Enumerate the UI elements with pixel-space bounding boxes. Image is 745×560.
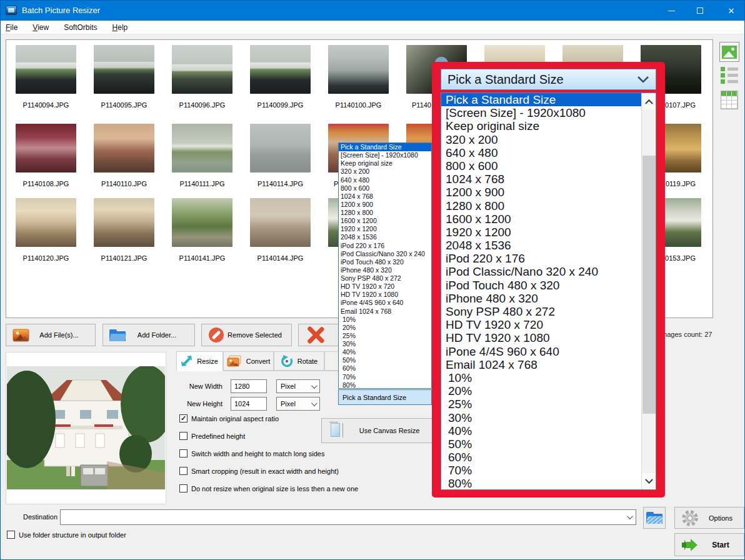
dropdown-item[interactable]: 1600 x 1200 [339, 217, 431, 225]
menu-item-softorbits[interactable]: SoftOrbits [64, 23, 97, 32]
menu-item-help[interactable]: Help [112, 23, 128, 32]
thumbnail-image[interactable] [94, 45, 154, 94]
resize-option-checkbox[interactable]: Do not resize when original size is less… [179, 484, 358, 492]
dropdown-item[interactable]: 1200 x 900 [339, 201, 431, 209]
chevron-down-icon [311, 382, 318, 389]
gear-icon [681, 509, 699, 527]
thumbnail-filename: P1140100.JPG [319, 101, 398, 110]
options-button[interactable]: Options [674, 507, 744, 529]
new-width-label: New Width [183, 382, 222, 390]
minimize-button[interactable] [657, 1, 686, 21]
add-folder-button[interactable]: Add Folder... [102, 324, 195, 346]
dropdown-item[interactable]: 10% [339, 316, 431, 324]
preview-panel [6, 352, 166, 504]
dropdown-item[interactable]: Pick a Standard Size [339, 143, 431, 151]
dropdown-item[interactable]: 640 x 480 [339, 176, 431, 184]
dropdown-item[interactable]: iPod Classic/Nano 320 x 240 [339, 250, 431, 258]
resize-option-checkbox[interactable]: Predefined height [179, 432, 245, 440]
dropdown-item[interactable]: 60% [339, 364, 431, 372]
table-view-button[interactable] [721, 91, 738, 109]
thumbnail-image[interactable] [250, 124, 311, 172]
dropdown-item[interactable]: 40% [339, 348, 431, 356]
resize-option-checkbox[interactable]: Smart cropping (result in exact width an… [179, 467, 339, 475]
dropdown-item[interactable]: 1920 x 1200 [339, 225, 431, 233]
dropdown-item[interactable]: 320 x 200 [339, 168, 431, 176]
thumbnail-image[interactable] [250, 198, 311, 247]
dropdown-item[interactable]: HD TV 1920 x 1080 [339, 291, 431, 299]
thumbnail-image[interactable] [328, 45, 389, 94]
scroll-down-button[interactable] [642, 473, 656, 489]
size-dropdown-list[interactable]: Pick a Standard Size[Screen Size] - 1920… [338, 142, 432, 389]
dropdown-item: 1024 x 768 [441, 172, 641, 186]
thumbnail-image[interactable] [250, 45, 311, 94]
scrollbar[interactable] [641, 93, 656, 489]
dropdown-item[interactable]: 1280 x 800 [339, 209, 431, 217]
destination-combobox[interactable] [60, 509, 636, 525]
browse-folder-button[interactable] [643, 507, 666, 529]
dropdown-item: iPod Classic/Nano 320 x 240 [441, 265, 641, 278]
canvas-resize-icon [329, 422, 343, 439]
thumbnail-filename: P1140120.JPG [7, 254, 85, 263]
checkbox-unchecked [179, 484, 188, 492]
thumbnail-view-button[interactable] [719, 42, 739, 62]
dropdown-item: 1280 x 800 [441, 199, 641, 212]
dropdown-item: iPone 4/4S 960 x 640 [441, 345, 641, 358]
dropdown-item[interactable]: 25% [339, 332, 431, 340]
dropdown-item[interactable]: 1024 x 768 [339, 192, 431, 201]
dropdown-item[interactable]: 2048 x 1536 [339, 233, 431, 241]
dropdown-item[interactable]: iPod Touch 480 x 320 [339, 258, 431, 266]
thumbnail-image[interactable] [94, 124, 154, 172]
dropdown-item[interactable]: iPhone 480 x 320 [339, 266, 431, 274]
thumbnail-image[interactable] [172, 45, 232, 94]
tab-rotate[interactable]: Rotate [274, 351, 324, 371]
dropdown-item[interactable]: 20% [339, 324, 431, 332]
dropdown-item[interactable]: 30% [339, 340, 431, 348]
dropdown-item[interactable]: 800 x 600 [339, 184, 431, 192]
dropdown-item: iPod 220 x 176 [441, 252, 641, 265]
thumbnail-image[interactable] [16, 124, 76, 172]
dropdown-item: Keep original size [441, 119, 641, 132]
thumbnail-image[interactable] [16, 198, 76, 247]
browse-folder-icon [646, 512, 662, 524]
close-button[interactable]: ✕ [717, 1, 745, 21]
remove-selected-button[interactable]: Remove Selected [201, 324, 292, 346]
menu-item-file[interactable]: File [6, 23, 18, 32]
size-dropdown-combobox[interactable]: Pick a Standard Size [338, 389, 432, 405]
width-unit-select[interactable]: Pixel [276, 379, 320, 393]
tab-convert[interactable]: Convert [223, 351, 274, 371]
thumbnail-image[interactable] [94, 198, 154, 247]
dropdown-item[interactable]: Sony PSP 480 x 272 [339, 274, 431, 282]
thumbnail-image[interactable] [16, 45, 76, 94]
add-files-button[interactable]: Add File(s)... [6, 324, 96, 346]
dropdown-item[interactable]: iPone 4/4S 960 x 640 [339, 299, 431, 307]
resize-option-checkbox[interactable]: ✓Maintain original aspect ratio [179, 414, 279, 422]
use-folder-structure-checkbox[interactable]: Use folder structure in output folder [7, 531, 126, 539]
height-unit-select[interactable]: Pixel [276, 397, 320, 411]
tab-resize[interactable]: Resize [176, 351, 223, 371]
new-height-input[interactable] [231, 397, 267, 411]
menu-item-view[interactable]: View [32, 23, 49, 32]
scrollbar-thumb[interactable] [642, 156, 656, 414]
remove-selected-label: Remove Selected [224, 331, 285, 339]
dropdown-item[interactable]: HD TV 1920 x 720 [339, 282, 431, 291]
dropdown-item[interactable]: 50% [339, 356, 431, 364]
resize-option-checkbox[interactable]: Switch width and height to match long si… [179, 449, 324, 458]
start-button[interactable]: Start [674, 533, 744, 556]
dropdown-item[interactable]: [Screen Size] - 1920x1080 [339, 151, 431, 159]
dropdown-item[interactable]: 70% [339, 373, 431, 381]
dropdown-item[interactable]: Email 1024 x 768 [339, 308, 431, 316]
dropdown-item: iPod Touch 480 x 320 [441, 279, 641, 292]
maximize-button[interactable] [686, 1, 714, 21]
use-canvas-resize-button[interactable]: Use Canvas Resize [321, 418, 438, 443]
thumbnail-filename: P1140108.JPG [7, 180, 85, 189]
dropdown-item[interactable]: 80% [339, 381, 431, 389]
scroll-up-button[interactable] [642, 93, 656, 109]
new-width-input[interactable] [231, 379, 267, 393]
dropdown-item[interactable]: Keep original size [339, 159, 431, 168]
thumbnail-image[interactable] [172, 198, 232, 247]
resize-option-label: Maintain original aspect ratio [191, 415, 279, 422]
list-view-button[interactable] [721, 67, 738, 83]
dropdown-item[interactable]: iPod 220 x 176 [339, 242, 431, 250]
thumbnail-image[interactable] [172, 124, 232, 172]
chevron-down-icon [645, 476, 653, 484]
